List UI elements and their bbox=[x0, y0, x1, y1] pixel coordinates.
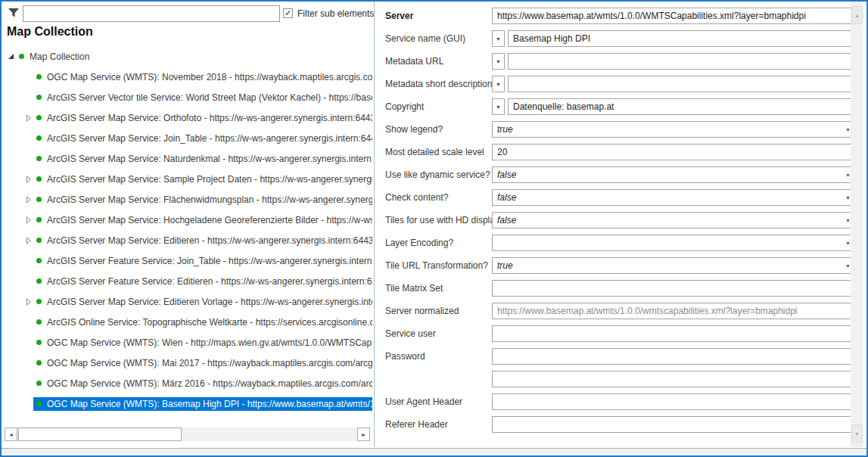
tree-item[interactable]: ArcGIS Server Map Service: Orthofoto - h… bbox=[2, 107, 372, 128]
field-input[interactable]: Basemap High DPI bbox=[508, 30, 856, 47]
field-input[interactable]: 20 bbox=[492, 144, 856, 160]
expander-slot[interactable] bbox=[7, 53, 15, 60]
field-value: false bbox=[497, 215, 842, 225]
field-input[interactable] bbox=[492, 325, 856, 342]
scroll-up-button[interactable]: ▲ bbox=[851, 6, 863, 24]
field-value: Datenquelle: basemap.at bbox=[513, 101, 851, 112]
tree-item[interactable]: ArcGIS Server Map Service: Join_Table - … bbox=[2, 128, 372, 148]
tree-item-body[interactable]: ArcGIS Server Map Service: Editieren Vor… bbox=[33, 295, 372, 309]
field-input[interactable]: false ▼ bbox=[492, 166, 856, 183]
chevron-collapsed-icon bbox=[26, 114, 32, 122]
tree-item[interactable]: OGC Map Service (WMTS): Wien - http://ma… bbox=[2, 332, 372, 353]
horizontal-scrollbar[interactable]: ◄ ► bbox=[5, 427, 370, 441]
tree-item[interactable]: ArcGIS Server Map Service: Flächenwidmun… bbox=[2, 189, 372, 210]
field-input[interactable]: Datenquelle: basemap.at bbox=[508, 98, 856, 115]
tree-item-label: Map Collection bbox=[30, 51, 89, 62]
field-input[interactable] bbox=[492, 280, 856, 297]
expander-slot[interactable] bbox=[24, 176, 33, 183]
field-row: Tile Matrix Set bbox=[385, 277, 856, 300]
field-input[interactable]: true ▼ bbox=[492, 121, 856, 138]
tree-item-label: OGC Map Service (WMTS): März 2016 - http… bbox=[47, 378, 372, 389]
tree-item-body[interactable]: ArcGIS Server Map Service: Flächenwidmun… bbox=[33, 193, 372, 207]
tree-item-body[interactable]: ArcGIS Server Feature Service: Editieren… bbox=[33, 275, 372, 288]
horizontal-scrollbar-thumb[interactable] bbox=[18, 427, 182, 441]
tree-item[interactable]: ArcGIS Server Feature Service: Join_Tabl… bbox=[2, 250, 372, 271]
filter-input[interactable] bbox=[23, 5, 280, 22]
field-row: Tiles for use with HD displays? false ▼ bbox=[385, 209, 856, 232]
field-input[interactable] bbox=[492, 393, 856, 410]
tree-item[interactable]: OGC Map Service (WMTS): Mai 2017 - https… bbox=[2, 353, 372, 373]
service-status-dot bbox=[36, 258, 42, 263]
value-dropdown-button[interactable]: ▼ bbox=[492, 76, 505, 92]
tree-item-body[interactable]: OGC Map Service (WMTS): Basemap High DPI… bbox=[33, 397, 372, 411]
tree-item-label: ArcGIS Server Feature Service: Join_Tabl… bbox=[47, 256, 372, 266]
expander-slot[interactable] bbox=[24, 237, 33, 244]
scroll-left-button[interactable]: ◄ bbox=[5, 427, 17, 441]
tree-item[interactable]: ArcGIS Server Vector tile Service: World… bbox=[2, 87, 372, 107]
tree-item[interactable]: ArcGIS Server Map Service: Naturdenkmal … bbox=[2, 148, 372, 169]
tree-item-body[interactable]: OGC Map Service (WMTS): Mai 2017 - https… bbox=[33, 356, 372, 370]
expander-slot[interactable] bbox=[24, 298, 33, 306]
tree-item[interactable]: Map Collection bbox=[2, 46, 372, 67]
tree-item-body[interactable]: OGC Map Service (WMTS): Wien - http://ma… bbox=[33, 336, 372, 350]
tree-item-body[interactable]: ArcGIS Server Map Service: Join_Table - … bbox=[33, 132, 372, 145]
service-status-dot bbox=[36, 360, 42, 365]
tree-item-label: ArcGIS Server Feature Service: Editieren… bbox=[47, 276, 372, 287]
tree-item-body[interactable]: ArcGIS Server Map Service: Editieren - h… bbox=[33, 234, 372, 247]
value-dropdown-button[interactable]: ▼ bbox=[492, 53, 505, 70]
tree-item-body[interactable]: OGC Map Service (WMTS): November 2018 - … bbox=[33, 70, 372, 84]
field-label: Show legend? bbox=[385, 124, 492, 135]
tree-item-body[interactable]: OGC Map Service (WMTS): März 2016 - http… bbox=[33, 377, 372, 390]
tree-item[interactable]: OGC Map Service (WMTS): November 2018 - … bbox=[2, 67, 372, 87]
field-row: Server normalized https://www.basemap.at… bbox=[385, 300, 856, 322]
value-dropdown-button[interactable]: ▼ bbox=[492, 30, 505, 47]
tree-item[interactable]: ArcGIS Server Map Service: Editieren - h… bbox=[2, 230, 372, 250]
field-input[interactable] bbox=[492, 348, 856, 365]
service-status-dot bbox=[36, 278, 42, 284]
tree-item[interactable]: ArcGIS Server Feature Service: Editieren… bbox=[2, 271, 372, 291]
chevron-collapsed-icon bbox=[26, 216, 32, 224]
tree-item[interactable]: OGC Map Service (WMTS): März 2016 - http… bbox=[2, 373, 372, 393]
field-input[interactable] bbox=[508, 76, 856, 92]
field-label: Server normalized bbox=[385, 306, 492, 316]
tree-item[interactable]: ArcGIS Server Map Service: Hochgeladene … bbox=[2, 210, 372, 230]
field-input[interactable] bbox=[492, 416, 856, 433]
vertical-scrollbar[interactable]: ▲ ▼ bbox=[851, 2, 863, 447]
filter-sub-elements-checkbox[interactable]: ✓ bbox=[283, 8, 293, 18]
tree-item-body[interactable]: ArcGIS Server Map Service: Orthofoto - h… bbox=[33, 111, 372, 125]
tree-item-body[interactable]: ArcGIS Online Service: Topographische We… bbox=[33, 316, 372, 329]
tree-item-label: ArcGIS Server Map Service: Editieren - h… bbox=[47, 235, 372, 246]
field-label: User Agent Header bbox=[385, 396, 492, 407]
tree-item-body[interactable]: ArcGIS Server Map Service: Hochgeladene … bbox=[33, 213, 372, 227]
chevron-down-icon: ▼ bbox=[845, 195, 851, 201]
tree-item-body[interactable]: ArcGIS Server Vector tile Service: World… bbox=[33, 91, 372, 104]
field-input[interactable]: false ▼ bbox=[492, 212, 856, 228]
tree-item[interactable]: ArcGIS Server Map Service: Sample Projec… bbox=[2, 169, 372, 189]
field-input[interactable]: true ▼ bbox=[492, 257, 856, 274]
tree-item[interactable]: ArcGIS Online Service: Topographische We… bbox=[2, 312, 372, 332]
field-input[interactable] bbox=[492, 371, 856, 387]
tree-item-body[interactable]: ArcGIS Server Map Service: Naturdenkmal … bbox=[33, 152, 372, 166]
scroll-right-button[interactable]: ► bbox=[357, 427, 370, 441]
scroll-down-button[interactable]: ▼ bbox=[851, 424, 863, 443]
field-input[interactable]: ▼ bbox=[492, 235, 856, 251]
tree-item[interactable]: OGC Map Service (WMTS): Basemap High DPI… bbox=[2, 393, 372, 414]
expander-slot[interactable] bbox=[24, 196, 33, 204]
tree-item-body[interactable]: ArcGIS Server Map Service: Sample Projec… bbox=[33, 173, 372, 186]
field-value: true bbox=[497, 260, 842, 271]
field-input[interactable]: https://www.basemap.at/wmts/1.0.0/wmtsca… bbox=[492, 303, 856, 319]
field-input[interactable] bbox=[508, 53, 856, 70]
tree-item[interactable]: ArcGIS Server Map Service: Editieren Vor… bbox=[2, 291, 372, 312]
field-input[interactable]: false ▼ bbox=[492, 189, 856, 206]
chevron-down-icon: ▼ bbox=[845, 241, 851, 246]
field-row: Metadata URL ▼ bbox=[385, 50, 856, 73]
expander-slot[interactable] bbox=[24, 216, 33, 224]
tree-item-body[interactable]: ArcGIS Server Feature Service: Join_Tabl… bbox=[33, 254, 372, 268]
tree-item-label: ArcGIS Server Map Service: Sample Projec… bbox=[47, 174, 372, 185]
field-label: Tiles for use with HD displays? bbox=[385, 215, 492, 225]
value-dropdown-button[interactable]: ▼ bbox=[492, 98, 505, 115]
expander-slot[interactable] bbox=[24, 114, 33, 122]
field-input[interactable]: https://www.basemap.at/wmts/1.0.0/WMTSCa… bbox=[492, 8, 856, 24]
tree-item-label: ArcGIS Server Map Service: Naturdenkmal … bbox=[47, 154, 372, 164]
tree-item-body[interactable]: Map Collection bbox=[16, 50, 93, 64]
